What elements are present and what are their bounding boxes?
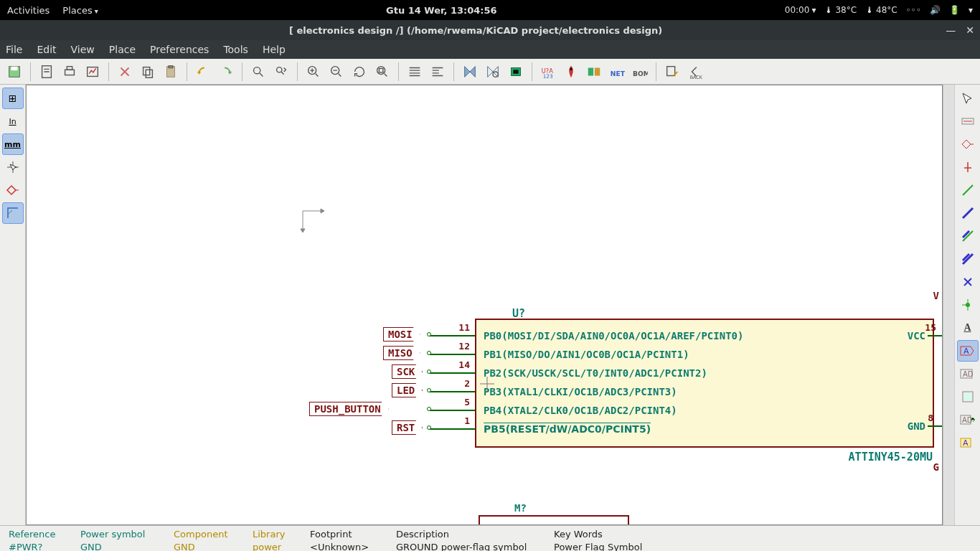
print-icon[interactable] (60, 62, 80, 82)
erc-icon[interactable] (561, 62, 581, 82)
menu-help[interactable]: Help (263, 44, 286, 55)
pin-pb4: PB4(XTAL2/CLK0/OC1B/ADC2/PCINT4) (484, 405, 677, 416)
net-label-miso[interactable]: MISO (383, 346, 420, 360)
leave-sheet-icon[interactable] (428, 62, 448, 82)
pin-number: 1 (456, 415, 470, 426)
net-label-rst[interactable]: RST (392, 420, 423, 435)
menu-preferences[interactable]: Preferences (150, 44, 209, 55)
battery-icon[interactable]: 🔋 (949, 5, 960, 15)
schematic-canvas[interactable]: U? ATTINY45-20MU PB0(MOSI/DI/SDA/AIN0/OC… (26, 85, 943, 525)
activities-button[interactable]: Activities (7, 5, 50, 16)
copy-icon[interactable] (138, 62, 158, 82)
places-menu[interactable]: Places (62, 5, 98, 16)
net-label-sck[interactable]: SCK (392, 364, 423, 379)
cut-icon[interactable] (115, 62, 135, 82)
wire[interactable] (430, 335, 475, 336)
place-globallabel-icon[interactable]: A (957, 340, 979, 362)
component-attiny[interactable]: U? ATTINY45-20MU PB0(MOSI/DI/SDA/AIN0/OC… (475, 319, 934, 448)
wifi-icon[interactable]: ◦◦◦ (906, 5, 921, 15)
annotate-icon[interactable]: U?A123 (538, 62, 558, 82)
place-noconnect-icon[interactable] (957, 271, 979, 293)
wire-endpoint[interactable] (427, 407, 431, 411)
zoom-in-icon[interactable] (303, 62, 324, 82)
library-browse-icon[interactable] (483, 62, 503, 82)
wire[interactable] (928, 425, 942, 427)
hierarchy-icon[interactable] (405, 62, 425, 82)
menu-bar: File Edit View Place Preferences Tools H… (0, 40, 980, 59)
zoom-out-icon[interactable] (326, 62, 347, 82)
wire-endpoint[interactable] (427, 351, 431, 355)
net-label-led[interactable]: LED (392, 383, 423, 397)
save-icon[interactable] (4, 62, 24, 82)
wire[interactable] (430, 428, 475, 430)
units-in-icon[interactable]: In (2, 110, 24, 132)
prop-header-footprint: Footprint (310, 529, 396, 540)
place-component-icon[interactable] (957, 133, 979, 155)
place-netlabel-icon[interactable]: A (957, 317, 979, 339)
plot-icon[interactable] (83, 62, 103, 82)
place-sheet-pin-icon[interactable]: A (957, 432, 979, 453)
wire-endpoint[interactable] (427, 425, 431, 430)
temp-gpu: 🌡 48°C (865, 5, 897, 15)
undo-icon[interactable] (193, 62, 213, 82)
select-tool-icon[interactable] (957, 88, 979, 109)
wire[interactable] (430, 372, 475, 374)
place-power-icon[interactable] (957, 156, 979, 178)
grid-toggle-icon[interactable]: ⊞ (2, 88, 24, 109)
highlight-net-icon[interactable] (957, 110, 979, 132)
zoom-redraw-icon[interactable] (349, 62, 369, 82)
wire[interactable] (430, 410, 475, 411)
pin-gnd: GND (908, 420, 925, 432)
close-button[interactable]: ✕ (966, 24, 974, 36)
import-sheet-pin-icon[interactable]: AD (957, 409, 979, 430)
page-settings-icon[interactable] (37, 62, 57, 82)
volume-icon[interactable]: 🔊 (930, 5, 941, 15)
wire-endpoint[interactable] (427, 332, 431, 336)
wire-endpoint[interactable] (427, 369, 431, 374)
menu-edit[interactable]: Edit (37, 44, 56, 55)
menu-file[interactable]: File (6, 44, 22, 55)
place-sheet-icon[interactable] (957, 386, 979, 408)
system-bar: Activities Places Gtu 14 Wer, 13:04:56 0… (0, 0, 980, 20)
wire[interactable] (430, 354, 475, 355)
vertical-scrollbar[interactable] (943, 85, 954, 525)
units-mm-icon[interactable]: mm (2, 133, 24, 155)
place-wire-icon[interactable] (957, 179, 979, 201)
library-editor-icon[interactable] (460, 62, 480, 82)
hidden-pins-icon[interactable] (2, 179, 24, 201)
prop-header-component: Component (174, 529, 253, 540)
wire[interactable] (928, 335, 942, 336)
menu-tools[interactable]: Tools (223, 44, 248, 55)
paste-icon[interactable] (161, 62, 181, 82)
menu-view[interactable]: View (71, 44, 95, 55)
power-icon[interactable]: ▾ (969, 5, 973, 15)
wire[interactable] (430, 391, 475, 392)
cursor-shape-icon[interactable] (2, 156, 24, 178)
bom-icon[interactable]: BOM (630, 62, 650, 82)
back-icon[interactable]: BACK (685, 62, 705, 82)
place-bus2bus-icon[interactable] (957, 248, 979, 270)
find-replace-icon[interactable] (271, 62, 291, 82)
pin-pb0: PB0(MOSI/DI/SDA/AIN0/OC0A/OC1A/AREF/PCIN… (484, 330, 743, 342)
origin-marker (299, 207, 335, 245)
bus-direction-icon[interactable] (2, 202, 24, 224)
prop-header-powersymbol: Power symbol (80, 529, 174, 540)
edit-symbol-icon[interactable] (662, 62, 682, 82)
place-hierlabel-icon[interactable]: AD (957, 363, 979, 385)
cvpcb-icon[interactable] (584, 62, 604, 82)
net-label-pushbutton[interactable]: PUSH_BUTTON (309, 402, 389, 416)
place-wire2bus-icon[interactable] (957, 225, 979, 247)
wire-endpoint[interactable] (427, 388, 431, 392)
find-icon[interactable] (248, 62, 268, 82)
netlist-icon[interactable]: NET (607, 62, 627, 82)
svg-text:A: A (963, 438, 969, 448)
minimize-button[interactable]: — (946, 24, 956, 36)
net-label-mosi[interactable]: MOSI (383, 327, 420, 342)
place-junction-icon[interactable] (957, 294, 979, 316)
redo-icon[interactable] (216, 62, 236, 82)
footprint-icon[interactable] (506, 62, 526, 82)
menu-place[interactable]: Place (109, 44, 136, 55)
pin-pb1: PB1(MISO/DO/AIN1/OC0B/OC1A/PCINT1) (484, 349, 689, 360)
place-bus-icon[interactable] (957, 202, 979, 224)
zoom-fit-icon[interactable] (372, 62, 392, 82)
